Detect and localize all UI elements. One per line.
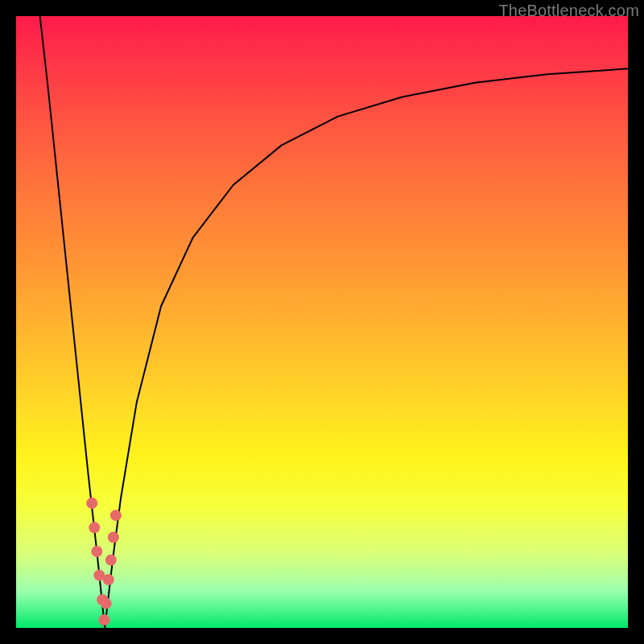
curves-svg [16, 16, 628, 628]
marker-point [91, 546, 102, 557]
chart-frame: TheBottleneck.com [0, 0, 644, 644]
series-left-branch [40, 16, 105, 628]
plot-area [16, 16, 628, 628]
marker-point [98, 614, 109, 625]
watermark-text: TheBottleneck.com [498, 2, 639, 20]
marker-point [110, 510, 122, 521]
marker-point [86, 497, 97, 509]
series-right-branch [105, 68, 628, 628]
marker-point [105, 555, 117, 566]
marker-point [89, 522, 100, 533]
marker-point [101, 598, 112, 609]
marker-point [108, 532, 119, 543]
marker-point [103, 574, 114, 585]
